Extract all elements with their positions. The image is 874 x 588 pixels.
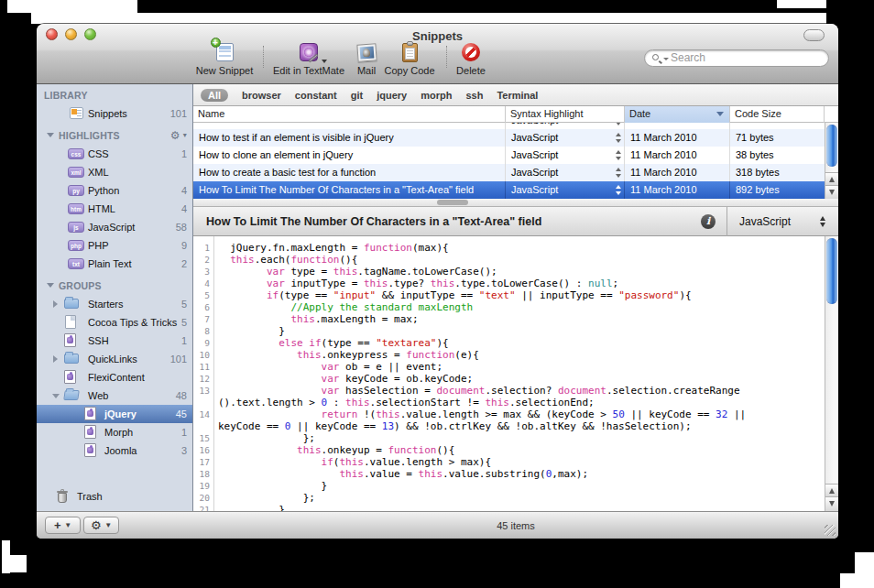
line-number xyxy=(193,397,213,408)
item-count: 1 xyxy=(181,332,187,350)
sidebar-item-python[interactable]: pyPython4 xyxy=(37,181,192,200)
delete-button[interactable]: Delete xyxy=(448,41,494,76)
code-line: 14 return !(this.value.length >= max && … xyxy=(193,408,838,420)
new-snippet-button[interactable]: + New Snippet xyxy=(188,41,261,76)
toolbar-separator xyxy=(263,46,264,68)
tag-constant[interactable]: constant xyxy=(295,90,337,101)
line-number: 2 xyxy=(193,254,213,266)
plain-text-icon: txt xyxy=(68,258,84,269)
disclosure-triangle-icon[interactable] xyxy=(52,394,60,398)
scroll-thumb[interactable] xyxy=(826,238,837,304)
sidebar-item-plain-text[interactable]: txtPlain Text2 xyxy=(37,255,192,273)
code-line: 21 } xyxy=(193,504,838,511)
code-line: 15 }; xyxy=(193,432,838,444)
tag-all[interactable]: All xyxy=(201,89,228,102)
table-row[interactable]: How to create a basic test for a functio… xyxy=(193,164,825,181)
disclosure-triangle-icon[interactable] xyxy=(53,355,58,363)
scroll-down-button[interactable] xyxy=(825,496,838,511)
add-button[interactable]: + ▼ xyxy=(45,517,81,534)
copy-code-button[interactable]: Copy Code xyxy=(382,41,437,76)
tag-git[interactable]: git xyxy=(351,90,363,101)
tag-jquery[interactable]: jquery xyxy=(377,90,407,101)
sidebar-item-label: QuickLinks xyxy=(88,350,137,368)
sidebar-item-javascript[interactable]: jsJavaScript58 xyxy=(37,218,192,236)
resize-grip[interactable] xyxy=(825,525,836,536)
table-row-partial[interactable]: JavaScript xyxy=(193,123,825,129)
disclosure-triangle-icon[interactable] xyxy=(47,133,54,137)
edit-in-textmate-button[interactable]: Edit in TextMate xyxy=(268,41,350,76)
tag-ssh[interactable]: ssh xyxy=(465,90,483,101)
sidebar-item-label: JavaScript xyxy=(88,218,135,236)
toolbar-toggle-button[interactable] xyxy=(803,29,825,41)
stepper-icon[interactable] xyxy=(820,216,826,227)
stepper-icon xyxy=(616,123,622,125)
tag-terminal[interactable]: Terminal xyxy=(497,90,538,101)
sidebar-item-label: PHP xyxy=(88,236,109,255)
scroll-thumb[interactable] xyxy=(437,200,468,205)
textmate-icon xyxy=(298,41,321,64)
sort-descending-icon xyxy=(716,112,724,116)
bg-artifact xyxy=(840,573,874,588)
sidebar-item-trash[interactable]: Trash xyxy=(37,487,192,506)
cell-date: 11 March 2010 xyxy=(625,181,730,199)
main-content: AllbrowserconstantgitjquerymorphsshTermi… xyxy=(193,84,838,511)
cell-name: How to clone an element in jQuery xyxy=(193,147,506,164)
table-horizontal-scrollbar[interactable] xyxy=(193,199,838,207)
sidebar-item-label: Python xyxy=(88,181,119,200)
scroll-up-button[interactable] xyxy=(825,172,838,185)
disclosure-triangle-icon[interactable] xyxy=(47,283,54,288)
sidebar-item-label: CSS xyxy=(88,145,109,163)
sidebar-item-web[interactable]: Web48 xyxy=(37,387,192,405)
disclosure-triangle-icon[interactable] xyxy=(53,300,58,308)
table-scrollbar[interactable] xyxy=(825,123,838,199)
table-row[interactable]: How To Limit The Number Of Characters in… xyxy=(193,181,825,199)
column-header-syntax[interactable]: Syntax Highlight xyxy=(506,106,625,123)
sidebar-item-snippets[interactable]: Snippets101 xyxy=(37,104,192,123)
sidebar-item-xml[interactable]: xmlXML xyxy=(37,163,192,181)
syntax-select[interactable]: JavaScript xyxy=(739,207,791,236)
sidebar-item-joomla[interactable]: Joomla3 xyxy=(37,441,192,460)
code-text: var hasSelection = document.selection? d… xyxy=(218,385,740,397)
line-number: 3 xyxy=(193,266,213,278)
action-menu-button[interactable]: ⚙ ▼ xyxy=(83,517,119,534)
table-row[interactable]: How to test if an element is visible in … xyxy=(193,129,825,147)
column-header-spacer xyxy=(825,106,838,123)
sidebar-item-css[interactable]: cssCSS1 xyxy=(37,145,192,163)
sidebar-item-php[interactable]: phpPHP9 xyxy=(37,236,192,255)
sidebar-item-html[interactable]: htmHTML4 xyxy=(37,200,192,218)
tag-browser[interactable]: browser xyxy=(242,90,281,101)
item-count: 9 xyxy=(181,236,187,255)
sidebar-item-label: XML xyxy=(88,163,109,181)
column-header-date[interactable]: Date xyxy=(625,106,730,123)
line-number: 8 xyxy=(193,325,213,337)
snippet-title: How To Limit The Number Of Characters in… xyxy=(206,207,541,236)
sidebar-item-jquery[interactable]: jQuery45 xyxy=(37,405,192,423)
gear-menu[interactable]: ⚙ ▾ xyxy=(170,126,187,145)
code-line: 18 this.value = this.value.substring(0,m… xyxy=(193,468,838,480)
window-chrome: Snippets + New Snippet Edit in TextMate … xyxy=(37,24,838,84)
search-input[interactable]: Search xyxy=(644,49,829,67)
sidebar-item-quicklinks[interactable]: QuickLinks101 xyxy=(37,350,192,368)
quicklinks-icon xyxy=(64,354,79,364)
line-number: 10 xyxy=(193,349,213,361)
table-row[interactable]: How to clone an element in jQueryJavaScr… xyxy=(193,147,825,164)
sidebar-item-starters[interactable]: Starters5 xyxy=(37,295,192,313)
code-scrollbar[interactable] xyxy=(825,236,838,511)
scroll-up-button[interactable] xyxy=(825,484,838,496)
sidebar-item-morph[interactable]: Morph1 xyxy=(37,423,192,441)
scroll-down-button[interactable] xyxy=(825,185,838,199)
sidebar-item-label: Web xyxy=(88,387,108,405)
code-line: keyCode == 0 || keyCode == 13) && !ob.ct… xyxy=(193,420,838,432)
trash-icon xyxy=(57,490,68,503)
info-icon[interactable]: i xyxy=(701,214,716,229)
gear-icon: ⚙ xyxy=(170,129,180,142)
tag-morph[interactable]: morph xyxy=(421,90,452,101)
scroll-thumb[interactable] xyxy=(826,125,837,167)
line-number: 21 xyxy=(193,504,213,511)
sidebar-item-flexicontent[interactable]: FlexiContent xyxy=(37,368,192,387)
column-header-size[interactable]: Code Size xyxy=(730,106,825,123)
code-editor[interactable]: 1 jQuery.fn.maxLength = function(max){2 … xyxy=(193,236,838,511)
sidebar-item-ssh[interactable]: SSH1 xyxy=(37,332,192,350)
sidebar-item-cocoa-tips-tricks[interactable]: Cocoa Tips & Tricks5 xyxy=(37,313,192,332)
column-header-name[interactable]: Name xyxy=(193,106,506,123)
